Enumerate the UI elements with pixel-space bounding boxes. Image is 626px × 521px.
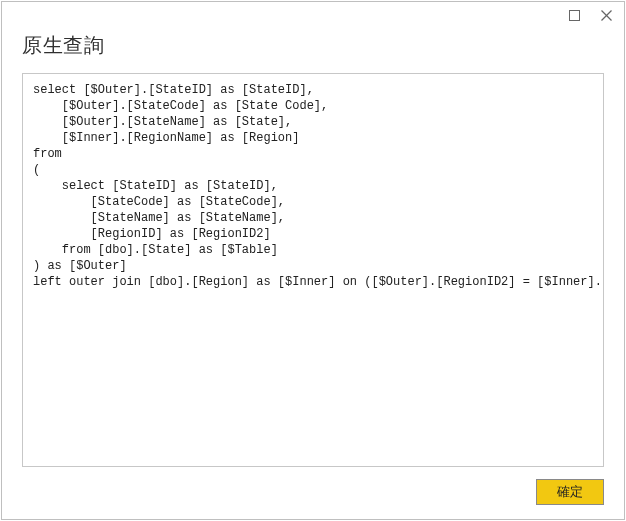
query-textarea[interactable] bbox=[22, 73, 604, 467]
dialog-body bbox=[2, 59, 624, 467]
svg-rect-0 bbox=[569, 10, 579, 20]
ok-button[interactable]: 確定 bbox=[536, 479, 604, 505]
dialog-title: 原生查詢 bbox=[2, 28, 624, 59]
maximize-icon bbox=[569, 10, 580, 21]
maximize-button[interactable] bbox=[562, 5, 586, 25]
close-button[interactable] bbox=[594, 5, 618, 25]
dialog-footer: 確定 bbox=[2, 467, 624, 519]
close-icon bbox=[601, 10, 612, 21]
titlebar bbox=[2, 2, 624, 28]
native-query-dialog: 原生查詢 確定 bbox=[1, 1, 625, 520]
